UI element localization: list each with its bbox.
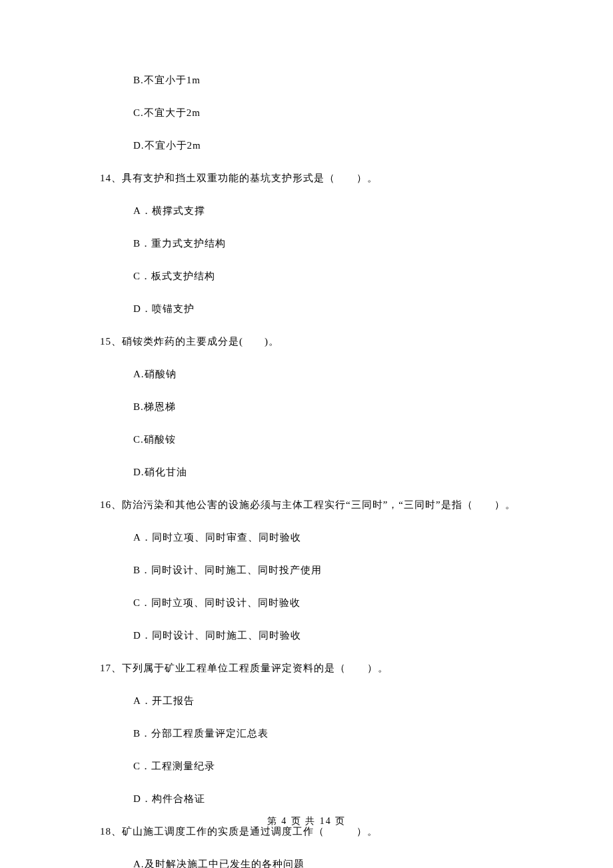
- q16-option-c: C．同时立项、同时设计、同时验收: [100, 596, 526, 610]
- q17-option-b: B．分部工程质量评定汇总表: [100, 727, 526, 741]
- q15-option-d: D.硝化甘油: [100, 465, 526, 479]
- q18-option-a: A.及时解决施工中已发生的各种问题: [100, 857, 526, 868]
- page-footer: 第 4 页 共 14 页: [0, 815, 613, 828]
- q15-option-b: B.梯恩梯: [100, 400, 526, 414]
- q17-stem: 17、下列属于矿业工程单位工程质量评定资料的是（ ）。: [100, 661, 526, 675]
- q16-option-a: A．同时立项、同时审查、同时验收: [100, 531, 526, 545]
- q14-option-b: B．重力式支护结构: [100, 237, 526, 251]
- q14-option-d: D．喷锚支护: [100, 302, 526, 316]
- q13-option-c: C.不宜大于2m: [100, 106, 526, 120]
- q16-stem: 16、防治污染和其他公害的设施必须与主体工程实行“三同时”，“三同时”是指（ ）…: [100, 498, 526, 512]
- q16-option-d: D．同时设计、同时施工、同时验收: [100, 629, 526, 643]
- q17-option-a: A．开工报告: [100, 694, 526, 708]
- q13-option-b: B.不宜小于1m: [100, 73, 526, 87]
- q17-option-c: C．工程测量纪录: [100, 759, 526, 773]
- q17-option-d: D．构件合格证: [100, 792, 526, 806]
- q15-option-a: A.硝酸钠: [100, 367, 526, 381]
- q13-option-d: D.不宜小于2m: [100, 139, 526, 153]
- q14-stem: 14、具有支护和挡土双重功能的基坑支护形式是（ ）。: [100, 171, 526, 185]
- q14-option-c: C．板式支护结构: [100, 269, 526, 283]
- q14-option-a: A．横撑式支撑: [100, 204, 526, 218]
- q16-option-b: B．同时设计、同时施工、同时投产使用: [100, 563, 526, 577]
- q15-stem: 15、硝铵类炸药的主要成分是( )。: [100, 335, 526, 349]
- document-page: B.不宜小于1m C.不宜大于2m D.不宜小于2m 14、具有支护和挡土双重功…: [0, 0, 613, 868]
- q15-option-c: C.硝酸铵: [100, 433, 526, 447]
